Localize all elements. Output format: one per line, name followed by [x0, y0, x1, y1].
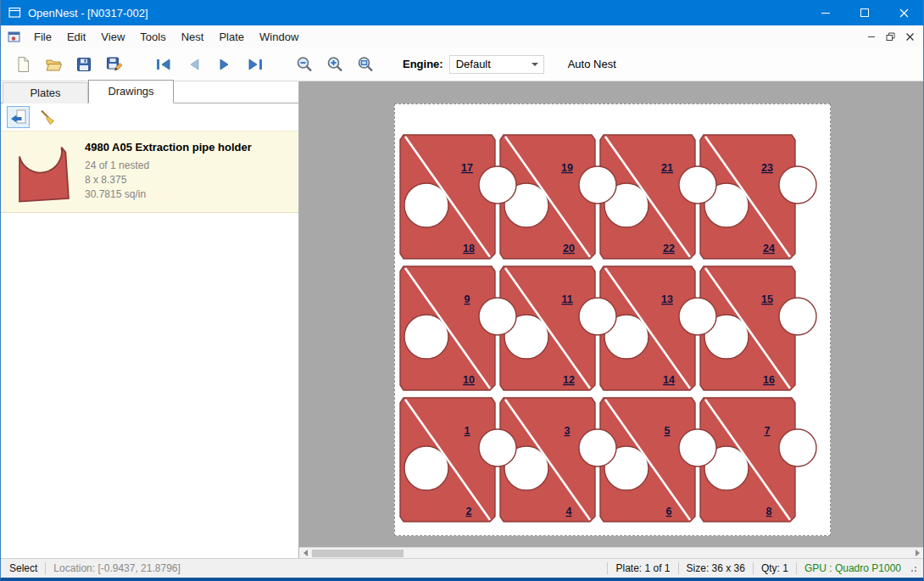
first-arrow-icon: [154, 55, 173, 74]
return-arrow-icon: [9, 108, 28, 126]
sidebar-panel: Plates Drawings: [1, 81, 299, 558]
menu-file[interactable]: File: [26, 26, 59, 47]
zoom-out-icon: [295, 55, 314, 74]
part-number-label: 8: [766, 506, 772, 517]
zoom-fit-button[interactable]: [350, 50, 381, 79]
scroll-left-button[interactable]: [299, 548, 311, 558]
open-folder-icon: [44, 55, 63, 74]
document-icon[interactable]: [8, 31, 21, 43]
chevron-down-icon: [532, 63, 538, 66]
maximize-button[interactable]: [845, 0, 884, 25]
menu-tools[interactable]: Tools: [132, 26, 173, 47]
part-thumbnail: [15, 139, 73, 205]
resize-grip-icon[interactable]: [908, 563, 918, 573]
separator: [607, 562, 608, 574]
pipe-hole: [579, 166, 616, 204]
auto-nest-button[interactable]: Auto Nest: [561, 53, 623, 75]
mdi-close-button[interactable]: [900, 28, 920, 45]
previous-plate-button[interactable]: [179, 50, 209, 79]
new-button[interactable]: [8, 50, 38, 79]
zoom-out-button[interactable]: [289, 50, 320, 79]
engine-label: Engine:: [403, 58, 443, 70]
drawings-toolbar: [1, 103, 298, 131]
main-toolbar: Engine: Default Auto Nest: [1, 47, 923, 81]
part-number-label: 21: [661, 162, 673, 174]
pipe-hole: [579, 429, 616, 466]
save-icon: [75, 55, 93, 74]
pipe-hole: [679, 298, 716, 335]
minimize-button[interactable]: [806, 0, 845, 25]
mdi-restore-button[interactable]: [881, 28, 900, 45]
zoom-fit-icon: [356, 55, 375, 74]
scroll-right-icon: [916, 550, 920, 556]
drawing-area: 30.7815 sq/in: [85, 187, 252, 202]
title-bar: OpenNest - [N0317-002]: [1, 0, 923, 25]
pipe-hole: [479, 166, 516, 204]
mdi-minimize-icon: [868, 36, 875, 37]
clean-button[interactable]: [36, 106, 58, 128]
scrollbar-thumb[interactable]: [312, 550, 404, 557]
drawing-size: 8 x 8.375: [85, 173, 252, 187]
zoom-in-button[interactable]: [320, 50, 350, 79]
broom-icon: [38, 108, 57, 126]
open-button[interactable]: [38, 50, 69, 79]
nest-row: 9 1011 1213 1415 16: [398, 264, 823, 396]
previous-arrow-icon: [185, 55, 203, 74]
status-mode: Select: [9, 562, 37, 574]
pipe-hole: [779, 429, 816, 466]
scroll-right-button[interactable]: [911, 548, 923, 558]
horizontal-scrollbar[interactable]: [299, 547, 923, 558]
drawing-nested-count: 24 of 1 nested: [85, 159, 252, 173]
nest-canvas[interactable]: 17 1819 2021 2223 24 9 1011 1213 1415 16…: [299, 81, 923, 558]
separator: [678, 562, 679, 574]
menu-nest[interactable]: Nest: [174, 26, 212, 47]
pipe-hole: [579, 298, 616, 335]
pipe-hole: [679, 429, 716, 466]
mdi-window-buttons: [861, 28, 923, 45]
plate-sheet: 17 1819 2021 2223 24 9 1011 1213 1415 16…: [394, 103, 831, 536]
part-number-label: 11: [561, 293, 572, 305]
close-button[interactable]: [884, 0, 923, 25]
part-number-label: 24: [763, 243, 775, 254]
nest-row: 1 23 45 67 8: [398, 395, 823, 528]
pipe-hole: [479, 298, 516, 335]
scroll-left-icon: [303, 550, 308, 556]
part-number-label: 1: [465, 425, 470, 437]
status-plate: Plate: 1 of 1: [615, 562, 670, 574]
menu-window[interactable]: Window: [252, 26, 306, 47]
engine-value: Default: [456, 58, 491, 70]
engine-select[interactable]: Default: [449, 55, 544, 74]
tab-drawings[interactable]: Drawings: [88, 80, 174, 103]
part-number-label: 15: [761, 293, 773, 305]
part-number-label: 13: [661, 293, 673, 305]
tab-plates[interactable]: Plates: [3, 82, 88, 103]
pipe-hole: [779, 166, 816, 204]
last-plate-button[interactable]: [240, 50, 270, 79]
menu-edit[interactable]: Edit: [59, 26, 93, 47]
status-gpu: GPU : Quadro P1000: [804, 562, 901, 574]
close-icon: [899, 8, 909, 18]
save-edit-button[interactable]: [99, 50, 130, 79]
menu-view[interactable]: View: [93, 26, 132, 47]
pipe-hole: [479, 429, 516, 466]
new-document-icon: [14, 55, 32, 74]
part-number-label: 17: [461, 162, 473, 174]
part-number-label: 3: [565, 425, 571, 437]
save-button[interactable]: [69, 50, 99, 79]
part-number-label: 18: [463, 243, 475, 254]
pipe-hole: [679, 166, 716, 204]
part-number-label: 23: [761, 162, 773, 174]
mdi-minimize-button[interactable]: [861, 28, 881, 45]
first-plate-button[interactable]: [148, 50, 179, 79]
status-location: Location: [-0.9437, 21.8796]: [53, 562, 180, 574]
next-arrow-icon: [215, 55, 234, 74]
separator: [796, 562, 797, 574]
next-plate-button[interactable]: [209, 50, 240, 79]
menu-plate[interactable]: Plate: [211, 26, 252, 47]
main-area: Plates Drawings: [1, 81, 923, 558]
drawing-title: 4980 A05 Extraction pipe holder: [85, 141, 252, 154]
drawing-list-item[interactable]: 4980 A05 Extraction pipe holder 24 of 1 …: [1, 131, 298, 213]
return-part-button[interactable]: [7, 106, 30, 128]
window-title: OpenNest - [N0317-002]: [28, 7, 148, 20]
app-icon: [8, 7, 21, 19]
